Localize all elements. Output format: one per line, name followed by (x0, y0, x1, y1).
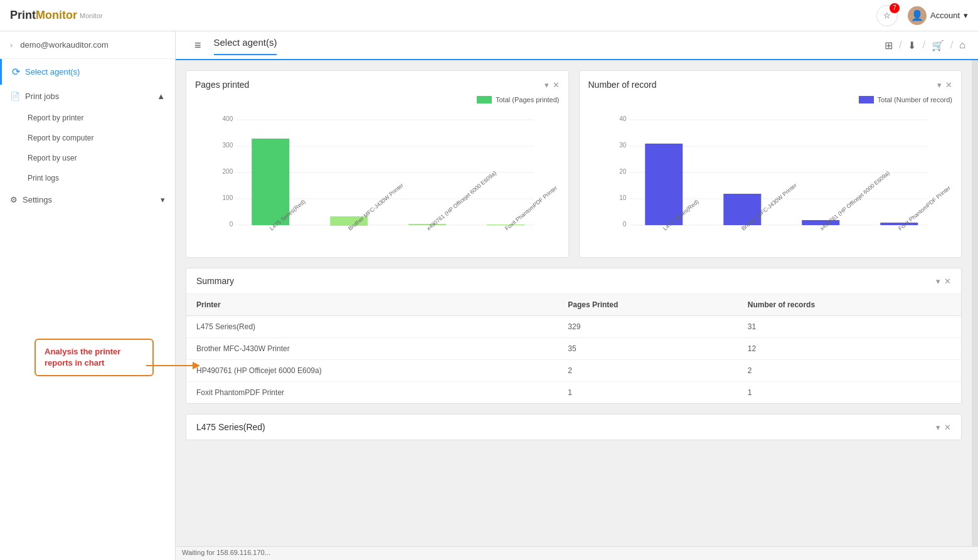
account-label: Account (930, 11, 960, 20)
number-record-title: Number of record (588, 80, 657, 90)
svg-text:x490761 (HP Officejet 6000 E60: x490761 (HP Officejet 6000 E609a) (425, 170, 497, 232)
app-logo: PrintMonitor Monitor (10, 9, 103, 22)
l475-section-title: L475 Series(Red) (196, 422, 265, 432)
svg-text:0: 0 (622, 221, 626, 228)
number-record-legend: Total (Number of record) (588, 96, 953, 103)
table-row: HP490761 (HP Officejet 6000 E609a) 2 2 (186, 360, 961, 382)
user-chevron: › (10, 40, 13, 50)
account-chevron: ▾ (964, 11, 968, 20)
sidebar-item-report-computer[interactable]: Report by computer (0, 128, 175, 148)
minimize-l475-button[interactable]: ▾ (936, 423, 940, 432)
right-scrollbar[interactable] (972, 60, 978, 546)
status-bar: Waiting for 158.69.116.170... (176, 546, 978, 560)
notifications-badge: 7 (890, 3, 900, 13)
home-icon[interactable]: ⌂ (959, 40, 965, 51)
l475-section-actions: ▾ ✕ (936, 423, 951, 432)
svg-text:40: 40 (619, 115, 627, 122)
content-scroll: Pages printed ▾ ✕ Total (Pages printed) (176, 60, 972, 546)
settings-label: Settings (23, 195, 52, 204)
num-records-val: 12 (738, 338, 961, 360)
sidebar-item-print-jobs[interactable]: 📄 Print jobs ▲ (0, 85, 175, 108)
sidebar: › demo@workauditor.com ⟳ Select agent(s)… (0, 31, 176, 560)
col-number-records: Number of records (738, 294, 961, 316)
sidebar-item-settings[interactable]: ⚙ Settings ▾ (0, 188, 175, 211)
pages-printed-val: 35 (558, 338, 737, 360)
account-menu[interactable]: 👤 Account ▾ (908, 6, 968, 25)
charts-row: Pages printed ▾ ✕ Total (Pages printed) (186, 70, 962, 258)
number-record-chart: 40 30 20 10 0 (588, 108, 953, 248)
svg-text:30: 30 (619, 142, 627, 149)
minimize-pages-button[interactable]: ▾ (545, 80, 549, 90)
windows-icon[interactable]: ⊞ (885, 40, 893, 51)
minimize-summary-button[interactable]: ▾ (936, 277, 940, 286)
col-pages-printed: Pages Printed (558, 294, 737, 316)
header-icons: ⊞ / ⬇ / 🛒 / ⌂ (885, 40, 965, 51)
close-pages-button[interactable]: ✕ (553, 80, 560, 90)
svg-text:Foxit PhantomPDF Printer: Foxit PhantomPDF Printer (504, 184, 558, 231)
user-email: demo@workauditor.com (20, 40, 108, 50)
print-jobs-chevron: ▲ (157, 92, 165, 101)
cart-icon[interactable]: 🛒 (932, 40, 944, 51)
page-title: Select agent(s) (214, 37, 277, 55)
printer-name: Brother MFC-J430W Printer (186, 338, 558, 360)
svg-text:400: 400 (223, 115, 233, 122)
select-agent-icon: ⟳ (12, 66, 20, 78)
tooltip-text: Analysis the printer reports in chart (45, 347, 120, 367)
pages-printed-val: 1 (558, 382, 737, 404)
print-jobs-left: 📄 Print jobs (10, 92, 59, 101)
l475-section-card: L475 Series(Red) ▾ ✕ (186, 414, 962, 440)
sidebar-item-report-printer[interactable]: Report by printer (0, 108, 175, 128)
pages-printed-title: Pages printed (195, 80, 249, 90)
pages-printed-chart-card: Pages printed ▾ ✕ Total (Pages printed) (186, 70, 569, 258)
table-row: L475 Series(Red) 329 31 (186, 316, 961, 338)
printer-name: HP490761 (HP Officejet 6000 E609a) (186, 360, 558, 382)
sidebar-item-print-logs[interactable]: Print logs (0, 168, 175, 188)
sidebar-user[interactable]: › demo@workauditor.com (0, 31, 175, 59)
col-printer: Printer (186, 294, 558, 316)
hamburger-icon[interactable]: ≡ (194, 39, 201, 52)
printer-name: L475 Series(Red) (186, 316, 558, 338)
separator2: / (922, 40, 925, 51)
pages-printed-val: 329 (558, 316, 737, 338)
print-jobs-icon: 📄 (10, 92, 20, 101)
sidebar-nav: ⟳ Select agent(s) 📄 Print jobs ▲ Report … (0, 59, 175, 560)
summary-card: Summary ▾ ✕ Printer Pages Printed Number… (186, 268, 962, 404)
record-legend-label: Total (Number of record) (878, 96, 952, 103)
num-records-val: 1 (738, 382, 961, 404)
summary-actions: ▾ ✕ (936, 277, 951, 286)
svg-text:20: 20 (619, 168, 627, 175)
content-area: ≡ Select agent(s) ⊞ / ⬇ / 🛒 / ⌂ (176, 31, 978, 560)
sidebar-item-report-user[interactable]: Report by user (0, 148, 175, 168)
close-summary-button[interactable]: ✕ (944, 277, 951, 286)
svg-text:10: 10 (619, 194, 627, 201)
status-text: Waiting for 158.69.116.170... (182, 549, 270, 556)
num-records-val: 31 (738, 316, 961, 338)
svg-rect-10 (252, 139, 289, 225)
settings-chevron: ▾ (161, 195, 165, 204)
table-row: Brother MFC-J430W Printer 35 12 (186, 338, 961, 360)
pages-printed-chart: 400 300 200 100 0 (195, 108, 560, 248)
main-layout: › demo@workauditor.com ⟳ Select agent(s)… (0, 31, 978, 560)
summary-title: Summary (196, 276, 234, 286)
close-record-button[interactable]: ✕ (945, 80, 952, 90)
svg-text:Foxit PhantomPDF Printer: Foxit PhantomPDF Printer (897, 184, 952, 231)
close-l475-button[interactable]: ✕ (944, 423, 951, 432)
top-header: PrintMonitor Monitor ☆ 7 👤 Account ▾ (0, 0, 978, 31)
svg-rect-28 (645, 144, 683, 225)
star-icon: ☆ (883, 11, 891, 20)
minimize-record-button[interactable]: ▾ (937, 80, 942, 90)
logo-monitor-text: Monitor (36, 9, 77, 22)
printer-name: Foxit PhantomPDF Printer (186, 382, 558, 404)
number-record-actions: ▾ ✕ (937, 80, 952, 90)
svg-text:300: 300 (223, 142, 233, 149)
print-jobs-label: Print jobs (25, 92, 59, 101)
settings-icon: ⚙ (10, 195, 18, 204)
content-header: ≡ Select agent(s) ⊞ / ⬇ / 🛒 / ⌂ (176, 31, 978, 60)
summary-header: Summary ▾ ✕ (186, 268, 961, 294)
tooltip-arrow (143, 356, 199, 375)
download-icon[interactable]: ⬇ (908, 40, 916, 51)
header-right: ☆ 7 👤 Account ▾ (876, 5, 968, 26)
notifications-button[interactable]: ☆ 7 (876, 5, 898, 26)
sidebar-item-select-agent[interactable]: ⟳ Select agent(s) (0, 59, 175, 85)
pages-printed-header: Pages printed ▾ ✕ (195, 80, 560, 90)
